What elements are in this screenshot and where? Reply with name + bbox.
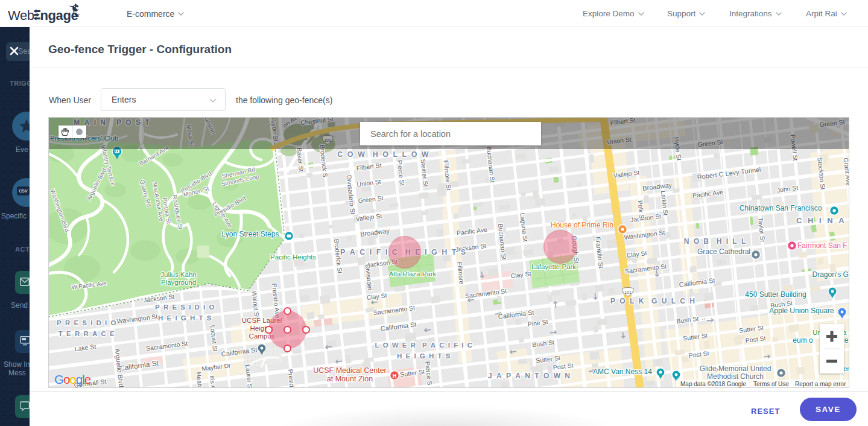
svg-text:Chinatown San Francisco: Chinatown San Francisco [740, 204, 822, 212]
svg-text:P O L K G U L C H: P O L K G U L C H [610, 297, 696, 305]
svg-text:J A P A N T O W N: J A P A N T O W N [488, 372, 571, 380]
svg-text:at Mount Zion: at Mount Zion [327, 375, 373, 383]
svg-text:H E I G H T S: H E I G H T S [397, 352, 451, 360]
svg-text:P R E S I D I O: P R E S I D I O [57, 319, 117, 326]
svg-text:Playground: Playground [161, 279, 196, 286]
svg-text:UCSF Medical Center: UCSF Medical Center [313, 366, 387, 375]
svg-text:Search for a location: Search for a location [370, 129, 451, 139]
svg-text:Lafayette Park: Lafayette Park [531, 263, 576, 270]
svg-text:Web: Web [8, 8, 34, 23]
svg-text:Apple Union Square: Apple Union Square [769, 307, 834, 315]
svg-text:AMC Van Ness 14: AMC Van Ness 14 [593, 367, 652, 376]
svg-text:Pacific Heights: Pacific Heights [270, 253, 316, 261]
svg-text:Glide Memorial United: Glide Memorial United [700, 364, 771, 373]
svg-text:Fairmont San F: Fairmont San F [797, 241, 847, 250]
svg-text:Julius Kahn: Julius Kahn [160, 271, 196, 278]
svg-text:Iris A: Iris A [209, 375, 217, 388]
svg-text:Report a map error: Report a map error [795, 381, 846, 387]
svg-text:H E I G H T S: H E I G H T S [158, 314, 212, 322]
svg-text:Map data ©2018 Google: Map data ©2018 Google [680, 381, 747, 387]
svg-text:Google: Google [54, 372, 91, 386]
svg-text:T E R R A C E: T E R R A C E [59, 330, 115, 337]
svg-text:P R E S I D I O: P R E S I D I O [155, 304, 215, 311]
svg-text:Lyon Street Steps: Lyon Street Steps [222, 230, 279, 238]
svg-text:Dragon's Ga: Dragon's Ga [813, 270, 850, 279]
svg-text:C O W H O L L O W: C O W H O L L O W [337, 150, 429, 159]
svg-text:450 Sutter Building: 450 Sutter Building [745, 290, 806, 299]
svg-text:H: H [393, 373, 397, 379]
svg-text:N O B H I L L: N O B H I L L [684, 237, 747, 246]
svg-text:Methodist Church: Methodist Church [707, 372, 764, 381]
svg-text:ngage: ngage [40, 8, 78, 23]
svg-text:House of Prime Rib: House of Prime Rib [551, 221, 613, 229]
svg-text:eum o: eum o [793, 336, 813, 345]
svg-text:Alta Plaza Park: Alta Plaza Park [389, 270, 437, 278]
svg-text:er: er [843, 365, 849, 372]
svg-text:L O W E R P A C I F I C: L O W E R P A C I F I C [375, 342, 473, 349]
svg-text:Grace Cathedral: Grace Cathedral [697, 247, 750, 256]
svg-text:Terms of Use: Terms of Use [753, 381, 789, 387]
svg-text:101: 101 [624, 290, 632, 294]
svg-text:C H I N A T O: C H I N A T O [796, 216, 849, 225]
